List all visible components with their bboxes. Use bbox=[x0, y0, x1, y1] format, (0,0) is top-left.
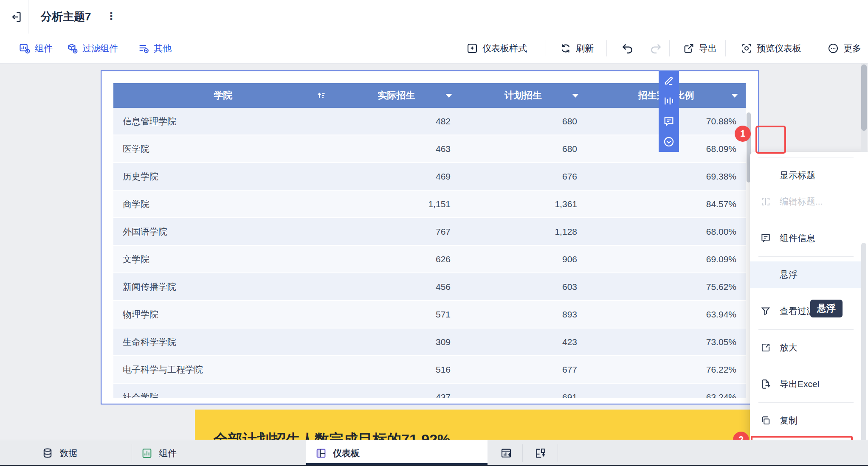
menu-item-label: 悬浮 bbox=[780, 269, 798, 281]
component-more-dropdown-button[interactable] bbox=[659, 132, 679, 152]
table-row[interactable]: 外国语学院 767 1,128 68.00% bbox=[113, 218, 746, 246]
refresh-label: 刷新 bbox=[576, 42, 594, 54]
undo-button[interactable] bbox=[621, 34, 634, 63]
table-row[interactable]: 新闻传播学院 456 603 75.62% bbox=[113, 273, 746, 301]
add-filter-component-button[interactable]: 过滤组件 bbox=[66, 34, 118, 63]
menu-item-float[interactable]: 悬浮 bbox=[750, 261, 862, 288]
sort-ascending-icon[interactable] bbox=[316, 90, 327, 101]
filter-caret-icon[interactable] bbox=[445, 94, 452, 98]
table-row[interactable]: 社会学院 437 691 63.24% bbox=[113, 384, 746, 398]
tab-component[interactable]: 组件 bbox=[141, 440, 177, 466]
edit-component-button[interactable] bbox=[659, 70, 679, 91]
menu-divider bbox=[758, 366, 854, 366]
cell-ratio: 69.38% bbox=[586, 163, 746, 190]
menu-item-label: 显示标题 bbox=[780, 169, 815, 181]
cell-college: 医学院 bbox=[113, 135, 333, 162]
table-row[interactable]: 物理学院 571 893 63.94% bbox=[113, 301, 746, 328]
cell-college: 历史学院 bbox=[113, 163, 333, 190]
tab-add-layout-screen[interactable] bbox=[534, 440, 547, 466]
component-comment-button[interactable] bbox=[659, 111, 679, 132]
column-header-college[interactable]: 学院 bbox=[113, 83, 333, 108]
tab-data[interactable]: 数据 bbox=[42, 440, 77, 466]
menu-item-label: 放大 bbox=[780, 342, 798, 354]
tab-add-chart-screen[interactable] bbox=[500, 440, 513, 466]
column-header-label: 计划招生 bbox=[504, 89, 542, 102]
table-row[interactable]: 电子科学与工程学院 516 677 76.22% bbox=[113, 356, 746, 384]
menu-divider bbox=[758, 157, 854, 157]
edit-title-icon bbox=[760, 196, 771, 207]
bottom-tab-separator bbox=[558, 444, 558, 462]
cell-planned: 1,128 bbox=[460, 218, 586, 245]
menu-item-view-filter[interactable]: 查看过滤 bbox=[750, 298, 862, 324]
component-chart-icon bbox=[19, 42, 31, 54]
cell-planned: 1,361 bbox=[460, 191, 586, 217]
chart-settings-button[interactable] bbox=[659, 91, 679, 111]
tab-component-label: 组件 bbox=[159, 447, 177, 459]
dashboard-style-icon bbox=[466, 42, 478, 54]
export-label: 导出 bbox=[699, 42, 717, 54]
filter-caret-icon[interactable] bbox=[731, 94, 738, 98]
component-info-icon bbox=[760, 233, 771, 244]
cell-actual: 309 bbox=[333, 328, 460, 355]
summary-banner-text: 全部计划招生人数完成目标的71.92% bbox=[214, 430, 450, 440]
cell-planned: 906 bbox=[460, 246, 586, 272]
cell-actual: 463 bbox=[333, 135, 460, 162]
component-context-menu: 显示标题 编辑标题... 组件信息 悬浮 查看过滤 bbox=[750, 152, 868, 466]
back-button[interactable] bbox=[11, 10, 25, 24]
cell-college: 信息管理学院 bbox=[113, 108, 333, 135]
column-header-actual[interactable]: 实际招生 bbox=[333, 83, 460, 108]
dashboard-style-button[interactable]: 仪表板样式 bbox=[466, 34, 527, 63]
cell-ratio: 69.09% bbox=[586, 246, 746, 272]
refresh-button[interactable]: 刷新 bbox=[560, 34, 594, 63]
menu-item-export-excel[interactable]: 导出Excel bbox=[750, 371, 862, 397]
menu-item-component-info[interactable]: 组件信息 bbox=[750, 225, 862, 251]
more-button[interactable]: 更多 bbox=[827, 34, 861, 63]
table-row[interactable]: 历史学院 469 676 69.38% bbox=[113, 163, 746, 191]
circle-chevron-down-icon bbox=[663, 136, 675, 148]
dashboard-canvas: 全部计划招生人数完成目标的71.92% 学院 bbox=[0, 63, 868, 440]
add-component-button[interactable]: 组件 bbox=[19, 34, 53, 63]
menu-scrollbar-thumb[interactable] bbox=[861, 243, 866, 463]
filter-caret-icon[interactable] bbox=[572, 94, 579, 98]
cell-ratio: 84.57% bbox=[586, 191, 746, 217]
dashboard-editor: 分析主题7 ⋮ 组件 过滤组件 其他 bbox=[0, 0, 868, 466]
toolbar: 组件 过滤组件 其他 仪表板样式 bbox=[0, 34, 868, 64]
redo-button[interactable] bbox=[649, 34, 662, 63]
cell-actual: 767 bbox=[333, 218, 460, 245]
export-button[interactable]: 导出 bbox=[683, 34, 717, 63]
export-icon bbox=[683, 42, 695, 54]
cell-actual: 626 bbox=[333, 246, 460, 272]
component-toolbar-strip bbox=[659, 70, 679, 152]
column-header-planned[interactable]: 计划招生 bbox=[460, 83, 586, 108]
annotation-badge-1-number: 1 bbox=[740, 128, 745, 139]
tab-dashboard-active[interactable]: 仪表板 bbox=[315, 440, 360, 466]
dashboard-style-label: 仪表板样式 bbox=[482, 42, 527, 54]
cell-college: 商学院 bbox=[113, 191, 333, 217]
export-excel-icon bbox=[760, 379, 771, 390]
page-scrollbar-thumb[interactable] bbox=[861, 65, 867, 131]
table-row[interactable]: 信息管理学院 482 680 70.88% bbox=[113, 108, 746, 135]
copy-icon bbox=[760, 415, 771, 426]
table-row[interactable]: 文学院 626 906 69.09% bbox=[113, 246, 746, 273]
cell-college: 外国语学院 bbox=[113, 218, 333, 245]
table-row[interactable]: 生命科学学院 309 423 73.05% bbox=[113, 328, 746, 356]
bottom-tab-separator bbox=[132, 444, 132, 462]
menu-item-show-title[interactable]: 显示标题 bbox=[750, 162, 862, 188]
toolbar-separator bbox=[606, 40, 607, 56]
cell-college: 电子科学与工程学院 bbox=[113, 356, 333, 383]
title-more-icon[interactable]: ⋮ bbox=[106, 0, 116, 34]
other-button[interactable]: 其他 bbox=[138, 34, 172, 63]
preview-dashboard-button[interactable]: 预览仪表板 bbox=[741, 34, 801, 63]
filter-funnel-icon bbox=[760, 306, 771, 317]
summary-banner[interactable]: 全部计划招生人数完成目标的71.92% bbox=[195, 410, 786, 440]
cell-planned: 603 bbox=[460, 273, 586, 300]
toolbar-separator bbox=[546, 40, 546, 56]
add-component-label: 组件 bbox=[35, 42, 53, 54]
table-row[interactable]: 医学院 463 680 68.09% bbox=[113, 135, 746, 163]
bars-icon bbox=[663, 95, 675, 107]
table-row[interactable]: 商学院 1,151 1,361 84.57% bbox=[113, 191, 746, 218]
menu-item-copy[interactable]: 复制 bbox=[750, 407, 862, 434]
cell-college: 社会学院 bbox=[113, 384, 333, 398]
tab-data-label: 数据 bbox=[59, 447, 77, 459]
menu-item-enlarge[interactable]: 放大 bbox=[750, 334, 862, 361]
